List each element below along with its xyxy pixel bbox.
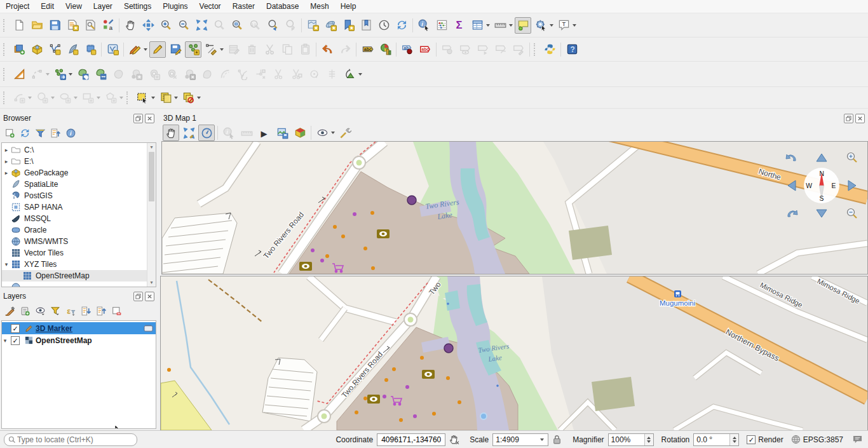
toolbar-grip[interactable] [3,68,8,81]
locate-input[interactable] [16,435,133,445]
pin-labels-button[interactable]: ab [399,41,416,58]
expander-icon[interactable]: ▾ [2,261,11,268]
statistics-button[interactable]: Σ [451,17,468,34]
browser-item-xyz-tiles[interactable]: ▾XYZ Tiles [2,259,147,270]
expander-icon[interactable]: ▸ [2,147,11,153]
browser-add-layer-button[interactable] [3,126,17,140]
move-right-button[interactable] [847,179,857,193]
tilt-down-button[interactable] [815,208,829,219]
scroll-up-icon[interactable]: ▾ [149,144,154,150]
expand-all-button[interactable] [79,304,93,318]
browser-float-button[interactable] [133,114,143,123]
zoom-in-3d-button[interactable] [846,151,858,164]
effects-dropdown[interactable] [331,132,335,134]
circle-tool-button[interactable] [34,90,50,106]
identify-features-button[interactable]: i [416,17,432,34]
zoom-native-button[interactable]: 1:1 [247,17,263,34]
browser-item-sap-hana[interactable]: SAP HANA [2,201,147,213]
rectangle-tool-button[interactable] [79,90,96,106]
add-group-button[interactable] [18,304,32,318]
browser-close-button[interactable] [145,114,154,123]
memory-layer-indicator-icon[interactable] [144,324,153,332]
rotate-cw-button[interactable] [785,208,798,219]
move-feature-dropdown[interactable] [69,73,72,76]
new-map-view-button[interactable] [304,17,321,34]
fill-ring-button[interactable] [146,66,162,83]
measure-line-3d-button[interactable] [238,125,255,141]
browser-item-vector-tiles[interactable]: Vector Tiles [2,247,147,259]
export-3d-scene-button[interactable] [292,125,308,141]
menu-vector[interactable]: Vector [194,1,227,12]
magnifier-spin-buttons[interactable] [644,434,653,445]
zoom-in-button[interactable] [158,17,174,34]
menu-view[interactable]: View [60,1,88,12]
filter-legend-button[interactable] [48,304,62,318]
copy-features-button[interactable] [279,41,295,58]
zoom-out-button[interactable] [175,17,192,34]
cut-features-button[interactable] [261,41,278,58]
layer-visibility-checkbox[interactable]: ✓ [11,324,20,333]
browser-filter-button[interactable] [33,126,47,140]
circle-tool-dropdown[interactable] [51,97,55,99]
browser-item-geopackage[interactable]: ▸GeoPackage [2,167,147,179]
text-annotation-dropdown[interactable] [573,24,576,27]
rotation-spinbox[interactable]: 0.0 ° [693,433,739,446]
menu-database[interactable]: Database [261,1,304,12]
select-features-button[interactable] [134,90,151,106]
coordinate-field[interactable] [377,433,445,446]
modify-attributes-button[interactable] [226,41,242,58]
browser-collapse-all-button[interactable] [48,126,62,140]
layer-styling-button[interactable] [3,304,17,318]
map-tips-button[interactable] [515,17,531,34]
new-project-button[interactable] [11,17,27,34]
toolbar-grip[interactable] [126,92,132,104]
change-label-button[interactable] [510,41,527,58]
scroll-down-icon[interactable]: ▾ [149,280,154,285]
run-feature-action-button[interactable] [433,17,450,34]
highlight-pinned-labels-button[interactable]: abc [417,41,433,58]
zoom-last-button[interactable] [264,17,281,34]
run-process-dropdown[interactable] [550,24,553,27]
browser-tree[interactable]: ▸C:\ ▸E:\ ▸GeoPackage SpatiaLite PostGIS… [1,142,156,287]
browser-item-wms-wmts[interactable]: WMS/WMTS [2,236,147,247]
new-virtual-layer-button[interactable] [82,41,98,58]
map-canvas[interactable]: Two Rivers Road Two Two Rivers Lake Nort… [160,276,868,431]
measure-dropdown[interactable] [509,24,513,27]
attribute-table-dropdown[interactable] [486,24,490,27]
temporal-controller-button[interactable] [376,17,392,34]
layer-labeling-button[interactable]: abc [359,41,376,58]
show-bookmarks-button[interactable] [358,17,374,34]
remove-layer-button[interactable] [109,304,123,318]
split-parts-button[interactable] [252,66,269,83]
scrollbar-thumb[interactable] [149,152,154,201]
select-by-value-button[interactable] [157,90,173,106]
scale-combobox[interactable]: 1:4909 [492,433,548,446]
layer-diagram-button[interactable] [377,41,393,58]
circular-curve-tool-button[interactable] [11,90,27,106]
current-edits-dropdown[interactable] [144,48,147,51]
crs-indicator[interactable]: EPSG:3857 [803,435,843,444]
offset-point-symbols-dropdown[interactable] [358,73,362,76]
circular-string-button[interactable] [29,66,45,83]
menu-settings[interactable]: Settings [118,1,157,12]
add-point-feature-button[interactable] [185,41,201,58]
browser-item-partial[interactable] [2,282,147,287]
circular-string-dropdown[interactable] [46,73,50,76]
toolbar-grip[interactable] [3,19,8,32]
browser-item-e-drive[interactable]: ▸E:\ [2,156,147,167]
toggle-editing-button[interactable] [149,41,166,58]
layers-close-button[interactable] [145,292,154,301]
extents-toggle-button[interactable] [447,433,461,447]
delete-ring-button[interactable] [163,66,180,83]
save-project-button[interactable] [46,17,63,34]
menu-raster[interactable]: Raster [227,1,261,12]
browser-item-oracle[interactable]: Oracle [2,224,147,236]
offset-curve-button[interactable] [217,66,233,83]
menu-project[interactable]: Project [0,1,35,12]
new-memory-layer-button[interactable] [104,41,121,58]
redo-button[interactable] [337,41,353,58]
zoom-to-layer-button[interactable] [229,17,245,34]
rectangle-tool-dropdown[interactable] [97,97,100,99]
browser-item-spatialite[interactable]: SpatiaLite [2,179,147,190]
menu-layer[interactable]: Layer [88,1,118,12]
